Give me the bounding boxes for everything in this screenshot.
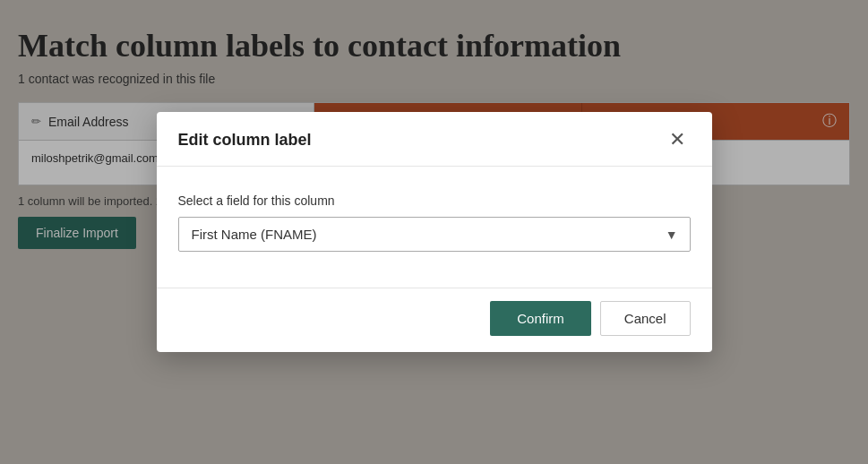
modal-close-button[interactable]: ✕ bbox=[664, 128, 691, 151]
edit-column-modal: Edit column label ✕ Select a field for t… bbox=[157, 112, 712, 352]
field-select[interactable]: First Name (FNAME) Last Name (LNAME) Ema… bbox=[178, 217, 691, 252]
field-select-wrapper: First Name (FNAME) Last Name (LNAME) Ema… bbox=[178, 217, 691, 252]
modal-body: Select a field for this column First Nam… bbox=[157, 167, 712, 288]
modal-overlay: Edit column label ✕ Select a field for t… bbox=[0, 0, 868, 464]
modal-title: Edit column label bbox=[178, 131, 312, 150]
modal-header: Edit column label ✕ bbox=[157, 112, 712, 167]
cancel-button[interactable]: Cancel bbox=[600, 301, 691, 336]
field-label: Select a field for this column bbox=[178, 193, 691, 208]
confirm-button[interactable]: Confirm bbox=[490, 301, 591, 336]
modal-footer: Confirm Cancel bbox=[157, 288, 712, 352]
